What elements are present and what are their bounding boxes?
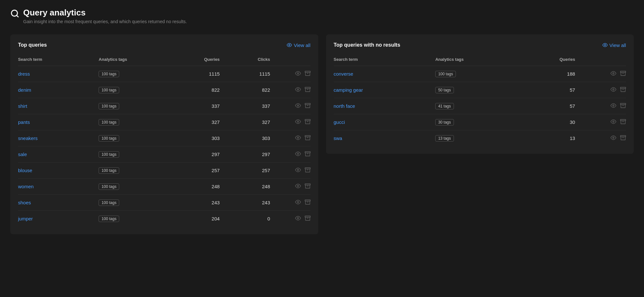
queries-cell: 297: [169, 146, 219, 162]
actions-cell: [270, 82, 310, 98]
svg-rect-19: [305, 152, 310, 153]
tag-badge: 100 tags: [99, 103, 119, 109]
no-results-title: Top queries with no results: [334, 42, 400, 48]
page-title: Query analytics: [23, 8, 187, 18]
search-term-link[interactable]: sale: [18, 152, 27, 157]
queries-cell: 30: [524, 114, 575, 130]
box-icon-btn[interactable]: [620, 87, 626, 92]
actions-cell: [575, 66, 626, 82]
view-icon-btn[interactable]: [295, 215, 301, 221]
queries-cell: 257: [169, 162, 219, 179]
view-icon-btn[interactable]: [295, 199, 301, 205]
search-term-link[interactable]: shoes: [18, 200, 31, 205]
box-icon-btn[interactable]: [305, 103, 311, 108]
queries-cell: 337: [169, 98, 219, 114]
box-icon-btn[interactable]: [305, 87, 311, 92]
search-term-link[interactable]: camping gear: [334, 87, 363, 93]
svg-point-6: [297, 89, 299, 90]
table-row: sneakers 100 tags 303 303: [18, 130, 311, 146]
view-icon-btn[interactable]: [295, 167, 301, 173]
queries-cell: 57: [524, 98, 575, 114]
view-icon-btn[interactable]: [295, 70, 301, 76]
box-icon-btn[interactable]: [620, 103, 626, 108]
table-row: gucci 30 tags 30: [334, 114, 626, 130]
tag-badge: 50 tags: [435, 87, 454, 93]
queries-cell: 1115: [169, 66, 219, 82]
clicks-cell: 337: [220, 98, 270, 114]
search-term-link[interactable]: pants: [18, 119, 30, 125]
svg-rect-10: [305, 103, 310, 105]
actions-cell: [270, 98, 310, 114]
box-icon-btn[interactable]: [305, 183, 311, 189]
actions-cell: [270, 146, 310, 162]
svg-rect-13: [305, 119, 310, 121]
view-icon-btn[interactable]: [295, 183, 301, 189]
queries-cell: 13: [524, 130, 575, 146]
box-icon-btn[interactable]: [305, 215, 311, 221]
search-term-link[interactable]: north face: [334, 103, 355, 109]
table-row: converse 100 tags 188: [334, 66, 626, 82]
queries-cell: 822: [169, 82, 219, 98]
no-results-table: Search term Analytics tags Queries conve…: [334, 54, 626, 146]
view-icon-btn[interactable]: [295, 87, 301, 92]
search-term-link[interactable]: swa: [334, 135, 342, 141]
panels-row: Top queries View all Search term Analyti…: [10, 34, 634, 234]
view-icon-btn[interactable]: [610, 135, 616, 141]
view-icon-btn[interactable]: [295, 119, 301, 125]
box-icon-btn[interactable]: [305, 151, 311, 157]
box-icon-btn[interactable]: [620, 70, 626, 76]
no-results-header: Top queries with no results View all: [334, 42, 626, 48]
table-row: swa 13 tags 13: [334, 130, 626, 146]
search-term-link[interactable]: sneakers: [18, 135, 38, 141]
box-icon-btn[interactable]: [305, 70, 311, 76]
box-icon-btn[interactable]: [305, 167, 311, 173]
search-icon: [10, 9, 19, 19]
view-icon-btn[interactable]: [610, 87, 616, 92]
search-term-link[interactable]: converse: [334, 71, 353, 77]
tag-badge: 100 tags: [435, 71, 456, 77]
actions-cell: [575, 98, 626, 114]
col-header-actions-r: [575, 54, 626, 66]
tag-badge: 30 tags: [435, 119, 454, 125]
search-term-link[interactable]: dress: [18, 71, 30, 77]
box-icon-btn[interactable]: [620, 119, 626, 125]
box-icon-btn[interactable]: [620, 135, 626, 141]
search-term-link[interactable]: gucci: [334, 119, 345, 125]
view-icon-btn[interactable]: [610, 103, 616, 108]
actions-cell: [270, 130, 310, 146]
queries-cell: 243: [169, 195, 219, 211]
clicks-cell: 1115: [220, 66, 270, 82]
tag-badge: 100 tags: [99, 167, 119, 174]
table-row: jumper 100 tags 204 0: [18, 211, 311, 227]
view-icon-btn[interactable]: [295, 103, 301, 108]
search-term-link[interactable]: jumper: [18, 216, 33, 221]
table-row: dress 100 tags 1115 1115: [18, 66, 311, 82]
svg-point-46: [613, 137, 614, 139]
svg-point-3: [297, 73, 299, 74]
box-icon-btn[interactable]: [305, 135, 311, 141]
table-row: shirt 100 tags 337 337: [18, 98, 311, 114]
col-header-queries: Queries: [169, 54, 219, 66]
search-term-link[interactable]: women: [18, 184, 34, 189]
search-term-link[interactable]: denim: [18, 87, 31, 93]
search-term-link[interactable]: blouse: [18, 168, 32, 173]
view-icon-btn[interactable]: [295, 151, 301, 157]
no-results-panel: Top queries with no results View all Sea…: [326, 34, 634, 154]
box-icon-btn[interactable]: [305, 119, 311, 125]
view-icon-btn[interactable]: [610, 119, 616, 125]
actions-cell: [270, 162, 310, 179]
actions-cell: [270, 195, 310, 211]
clicks-cell: 0: [220, 211, 270, 227]
top-queries-view-all[interactable]: View all: [287, 42, 310, 48]
box-icon-btn[interactable]: [305, 199, 311, 205]
no-results-view-all[interactable]: View all: [602, 42, 626, 48]
top-queries-header: Top queries View all: [18, 42, 311, 48]
svg-point-9: [297, 105, 299, 107]
svg-point-43: [613, 121, 614, 123]
view-icon-btn[interactable]: [610, 70, 616, 76]
svg-rect-47: [620, 135, 626, 137]
search-term-link[interactable]: shirt: [18, 103, 27, 109]
view-icon-btn[interactable]: [295, 135, 301, 141]
table-row: camping gear 50 tags 57: [334, 82, 626, 98]
svg-rect-41: [620, 103, 626, 105]
